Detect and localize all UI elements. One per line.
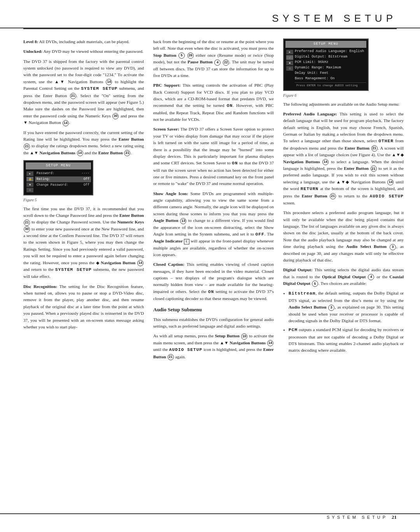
menu2-left-icons: ▶ ♪ ◼ ◻ <box>285 49 294 89</box>
setup-menu2-title: SETUP MENU <box>285 41 366 48</box>
setup-menu-title: SETUP MENU <box>26 162 91 169</box>
nav-button-14d: 14 <box>137 260 144 266</box>
menu2-label-5: Delay Unit: <box>295 71 318 75</box>
bitstream-label: Bitstream <box>289 291 315 296</box>
procedure-para: This procedure selects a preferred audio… <box>283 209 404 263</box>
menu2-label-3: PCM Limit: <box>295 60 316 64</box>
enter-btn-label3: Enter Button <box>119 213 144 218</box>
page-title: SYSTEM SETUP <box>272 12 397 24</box>
pause-btn-label: Pause Button <box>187 59 213 64</box>
enter-btn-label-r2: Enter Button <box>344 166 369 171</box>
screen-saver-label: Screen Saver: <box>153 127 179 131</box>
system-setup-ref: SYSTEM SETUP <box>81 86 117 91</box>
menu2-label-4: Dynamic Range: <box>295 66 324 70</box>
menu2-value-5: Feet <box>320 71 329 75</box>
pbc-label: PBC Support: <box>153 83 181 87</box>
pause-btn-22: 22 <box>223 59 229 66</box>
nav-button-14c: 14 <box>77 150 83 156</box>
level8-label: Level 8: <box>23 39 38 44</box>
enter-btn-21-r3: 21 <box>330 193 336 199</box>
nav-button-14b: 14 <box>63 120 69 126</box>
footer-page-number: 21 <box>392 514 397 520</box>
menu-left-icons: ▶ 🔒 ◼ ◻ <box>26 171 34 193</box>
page-container: SYSTEM SETUP Level 8: All DVDs, includin… <box>0 0 420 532</box>
footer-title: SYSTEM SETUP <box>327 515 388 520</box>
nav-buttons-label: Navigation Buttons <box>39 150 75 155</box>
menu2-value-1: English <box>349 49 364 53</box>
stop-btn-label: Stop Button <box>153 53 176 58</box>
numeric-keys-30a: 30 <box>112 113 119 119</box>
enter-button-21c: 21 <box>124 150 130 156</box>
menu-icon-2: 🔒 <box>26 177 33 181</box>
menu-icon-3: ◼ <box>26 182 33 187</box>
menu2-bottom-text: Press ENTER to change AUDIO setting <box>295 82 366 89</box>
menu-value-changepw: Off <box>84 183 89 188</box>
stop-btn-5: 5 <box>178 52 185 59</box>
audio-setup-ref: AUDIO SETUP <box>169 347 202 352</box>
audio-setup-ref2: AUDIO SETUP <box>369 194 404 199</box>
password-entry-para: If you have entered the password correct… <box>23 129 144 157</box>
menu-row-rating: Rating: Off <box>35 176 91 182</box>
menu2-label-1: Preferred Audio Language: <box>295 49 347 53</box>
unlocked-para: Unlocked: Any DVD may be viewed without … <box>23 48 144 55</box>
nav-btn-14-r: 14 <box>322 159 329 165</box>
system-setup-ref2: SYSTEM SETUP <box>55 267 92 272</box>
pcm-bullet: PCM outputs a standard PCM signal for de… <box>289 326 404 354</box>
right-column: SETUP MENU ▶ ♪ ◼ ◻ Preferred Audio Langu… <box>283 38 404 363</box>
on-value-cc: ON <box>208 290 214 294</box>
menu-label-rating: Rating: <box>37 177 51 182</box>
setup-menu-layout: ▶ 🔒 ◼ ◻ Password: ---- Rating: Off <box>26 171 91 193</box>
angle-indicator-icon: E <box>184 239 189 244</box>
enter-btn-21-audio: 21 <box>168 354 174 360</box>
audio-setup-intro: This submenu establishes the DVD's confi… <box>153 316 274 330</box>
dvd37-intro-para: The DVD 37 is shipped from the factory w… <box>23 58 144 126</box>
screen-saver-para: Screen Saver: The DVD 37 offers a Screen… <box>153 126 274 187</box>
audio-select-btn-3: 3 <box>390 244 396 250</box>
return-ref: RETURN <box>301 187 318 191</box>
figure5-image: SETUP MENU ▶ 🔒 ◼ ◻ Password: ---- <box>23 160 93 195</box>
content-area: Level 8: All DVDs, including adult mater… <box>0 29 420 379</box>
nav-btn-14-r2: 14 <box>387 179 394 185</box>
menu-row-change-pw: Change Password: Off <box>35 182 91 188</box>
bitstream-bullet: Bitstream, the default setting, outputs … <box>289 290 404 324</box>
back-from-beginning-para: back from the beginning of the disc or r… <box>153 38 274 79</box>
menu2-row-3: PCM Limit: 96kHz <box>295 60 366 65</box>
figure6-caption: Figure 6 <box>283 92 404 99</box>
enter-button-21b: 21 <box>24 143 30 150</box>
enter-btn-label2: Enter Button <box>98 150 123 155</box>
menu2-icon-1: ▶ <box>286 50 293 54</box>
menu-icon-4: ◻ <box>26 188 33 192</box>
menu2-row-2: Digital Output: Bitstream <box>295 54 366 60</box>
numeric-keys-30b: 30 <box>24 226 30 232</box>
figure5-caption: Figure 5 <box>23 197 144 203</box>
angle-indicator-label: Angle Indicator <box>153 239 183 243</box>
menu-label-changepw: Change Password: <box>37 183 68 188</box>
audio-adjustments-intro: The following adjustments are available … <box>283 101 404 108</box>
digital-output-para: Digital Output: This setting selects the… <box>283 267 404 287</box>
audio-select-btn-label: Audio Select Button <box>346 244 387 249</box>
page-footer: SYSTEM SETUP 21 <box>0 513 420 520</box>
menu2-row-6: Bass Management: On <box>295 76 366 82</box>
audio-setup-how-to: As with all setup menus, press the Setup… <box>153 333 274 360</box>
closed-caption-para: Closed Caption: This setting enables vie… <box>153 261 274 302</box>
menu2-label-6: Bass Management: <box>295 77 328 80</box>
menu2-row-1: Preferred Audio Language: English <box>295 49 366 54</box>
preferred-lang-para: Preferred Audio Language: This setting i… <box>283 111 404 206</box>
digital-output-label: Digital Output: <box>283 267 313 272</box>
menu-content-area: Password: ---- Rating: Off Change Passwo… <box>35 171 91 193</box>
angle-btn-label: Angle Button <box>153 218 178 223</box>
other-ref: OTHER <box>378 139 394 143</box>
digital-output-bullets: Bitstream, the default setting, outputs … <box>289 290 404 354</box>
pbc-support-para: PBC Support: This setting controls the a… <box>153 82 274 123</box>
show-angle-label: Show Angle Icon: <box>153 191 188 196</box>
enter-button-21d: 21 <box>24 220 30 226</box>
numeric-keys-label: Numeric Keys <box>117 220 144 224</box>
menu-row-password: Password: ---- <box>35 171 91 176</box>
nav-btns-label-r: Navigation Buttons <box>283 159 320 164</box>
menu-value-password: ---- <box>82 171 89 176</box>
audio-select-btn-3b: 3 <box>328 305 334 311</box>
menu2-icon-2: ♪ <box>286 55 293 60</box>
menu2-label-2: Digital Output: <box>295 55 326 59</box>
enter-button-21a: 21 <box>70 93 76 99</box>
menu2-content: Preferred Audio Language: English Digita… <box>295 49 366 89</box>
